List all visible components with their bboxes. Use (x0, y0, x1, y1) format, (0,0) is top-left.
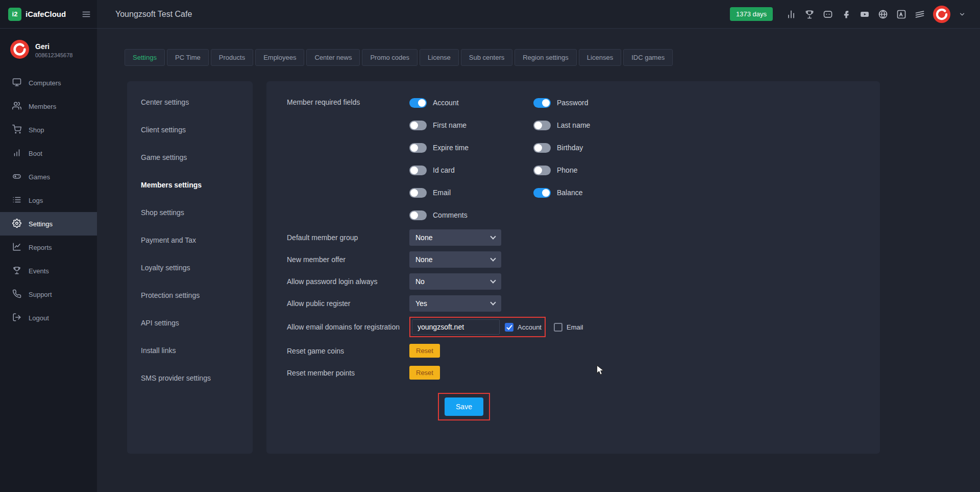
reset-game-coins-row: Reset game coins Reset (287, 340, 860, 362)
line-chart-icon (12, 242, 21, 253)
sidebar-item-settings[interactable]: Settings (0, 212, 97, 236)
email-checkbox-group: Email (554, 323, 583, 332)
tab-center-news[interactable]: Center news (306, 49, 360, 66)
subnav-install-links[interactable]: Install links (127, 337, 253, 364)
tab-settings[interactable]: Settings (125, 49, 165, 66)
toggle-label: Balance (557, 189, 583, 197)
toggle-last-name-switch[interactable] (533, 121, 551, 130)
allow-password-login-label: Allow password login always (287, 277, 409, 286)
toggle-label: Birthday (557, 144, 583, 152)
subnav-payment-and-tax[interactable]: Payment and Tax (127, 226, 253, 254)
toggle-id-card-switch[interactable] (409, 166, 427, 175)
toggle-last-name: Last name (533, 114, 657, 136)
globe-icon[interactable] (878, 9, 888, 19)
sidebar-item-events[interactable]: Events (0, 259, 97, 283)
days-badge[interactable]: 1373 days (730, 7, 773, 21)
reset-member-points-label: Reset member points (287, 369, 409, 377)
tab-licenses[interactable]: Licenses (579, 49, 621, 66)
sidebar-item-logout[interactable]: Logout (0, 306, 97, 330)
toggle-phone-switch[interactable] (533, 166, 551, 175)
subnav-protection-settings[interactable]: Protection settings (127, 282, 253, 309)
subnav-api-settings[interactable]: API settings (127, 309, 253, 337)
subnav-game-settings[interactable]: Game settings (127, 144, 253, 171)
toggle-label: Comments (433, 211, 468, 219)
sidebar-item-label: Reports (29, 244, 52, 251)
tab-region-settings[interactable]: Region settings (514, 49, 577, 66)
subnav-sms-provider-settings[interactable]: SMS provider settings (127, 364, 253, 392)
facebook-icon[interactable] (841, 9, 851, 19)
sidebar-item-reports[interactable]: Reports (0, 236, 97, 259)
panels: Center settings Client settings Game set… (127, 81, 980, 454)
sidebar-avatar (10, 40, 29, 61)
subnav-loyalty-settings[interactable]: Loyalty settings (127, 254, 253, 282)
topbar-actions: 1373 days (730, 6, 980, 23)
subnav-shop-settings[interactable]: Shop settings (127, 199, 253, 226)
tab-pc-time[interactable]: PC Time (167, 49, 209, 66)
subnav-members-settings[interactable]: Members settings (127, 171, 253, 199)
tab-idc-games[interactable]: IDC games (623, 49, 673, 66)
toggle-expire-time-switch[interactable] (409, 143, 427, 153)
account-checkbox-group: Account (505, 323, 542, 332)
sidebar-user: Geri 008612345678 (0, 29, 97, 71)
trophy-icon (12, 266, 21, 276)
trophy-icon[interactable] (804, 9, 815, 19)
chevron-down-icon[interactable] (959, 11, 966, 18)
toggle-birthday-switch[interactable] (533, 143, 551, 153)
topbar: i2 iCafeCloud Youngzsoft Test Cafe 1373 … (0, 0, 980, 29)
select-value: None (415, 233, 432, 242)
stats-icon[interactable] (786, 9, 796, 19)
tab-license[interactable]: License (420, 49, 459, 66)
subnav-client-settings[interactable]: Client settings (127, 116, 253, 144)
sidebar-item-boot[interactable]: Boot (0, 142, 97, 165)
logout-icon (12, 313, 21, 323)
discord-icon[interactable] (823, 9, 833, 19)
email-domains-row: Allow email domains for registration Acc… (287, 314, 860, 340)
toggle-balance: Balance (533, 181, 657, 204)
tab-sub-centers[interactable]: Sub centers (461, 49, 512, 66)
toggle-comments-switch[interactable] (409, 210, 427, 220)
sidebar-item-label: Shop (29, 126, 44, 134)
reset-member-points-button[interactable]: Reset (409, 366, 440, 380)
gear-icon (12, 219, 21, 229)
sidebar-item-logs[interactable]: Logs (0, 189, 97, 212)
tab-employees[interactable]: Employees (255, 49, 304, 66)
sidebar-item-label: Logout (29, 314, 49, 322)
sidebar-item-support[interactable]: Support (0, 283, 97, 306)
hamburger-menu-icon[interactable] (81, 9, 92, 20)
toggle-label: Id card (433, 166, 455, 174)
user-avatar[interactable] (933, 6, 950, 23)
default-member-group-select[interactable]: None (409, 229, 501, 246)
members-settings-panel: Member required fields Account Password (266, 81, 880, 454)
gamepad-icon (12, 172, 21, 182)
sidebar-item-computers[interactable]: Computers (0, 71, 97, 95)
toggle-email-switch[interactable] (409, 188, 427, 198)
new-member-offer-select[interactable]: None (409, 251, 501, 268)
chevron-down-icon (490, 277, 496, 283)
toggle-password-switch[interactable] (533, 98, 551, 108)
toggle-first-name-switch[interactable] (409, 121, 427, 130)
sidebar-item-games[interactable]: Games (0, 165, 97, 189)
email-domains-input[interactable] (412, 319, 500, 335)
tab-products[interactable]: Products (211, 49, 253, 66)
translate-icon[interactable] (896, 9, 906, 19)
tab-promo-codes[interactable]: Promo codes (362, 49, 418, 66)
subnav-center-settings[interactable]: Center settings (127, 88, 253, 116)
save-button[interactable]: Save (445, 397, 483, 416)
email-checkbox[interactable] (554, 323, 562, 332)
youtube-icon[interactable] (860, 9, 870, 19)
sidebar-item-members[interactable]: Members (0, 95, 97, 118)
allow-password-login-select[interactable]: No (409, 273, 501, 290)
allow-public-register-select[interactable]: Yes (409, 295, 501, 312)
reset-game-coins-button[interactable]: Reset (409, 344, 440, 358)
account-checkbox[interactable] (505, 323, 513, 332)
sidebar-item-shop[interactable]: Shop (0, 118, 97, 142)
layers-icon[interactable] (915, 9, 925, 19)
user-name: Geri (35, 42, 72, 51)
toggle-account-switch[interactable] (409, 98, 427, 108)
sidebar-item-label: Logs (29, 197, 43, 204)
highlight-box-save: Save (438, 393, 490, 420)
toggle-comments: Comments (409, 204, 533, 226)
toggle-id-card: Id card (409, 159, 533, 181)
toggle-balance-switch[interactable] (533, 188, 551, 198)
toggle-label: First name (433, 121, 467, 129)
